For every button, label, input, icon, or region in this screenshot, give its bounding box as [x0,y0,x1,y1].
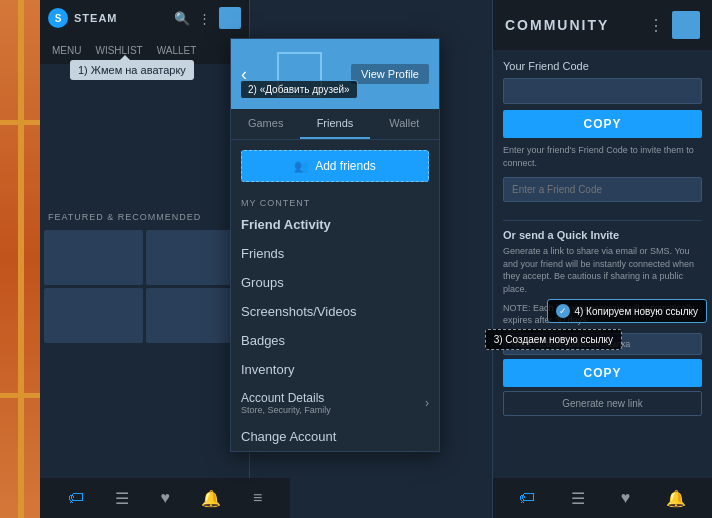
view-profile-button[interactable]: View Profile [351,64,429,84]
menu-change-account[interactable]: Change Account [231,422,439,451]
featured-grid [44,230,245,343]
copy-button-2[interactable]: COPY [503,359,702,387]
add-friends-button[interactable]: 👥 Add friends [241,150,429,182]
generate-link-button[interactable]: Generate new link [503,391,702,416]
quick-invite-description: Generate a link to share via email or SM… [503,245,702,295]
divider [503,220,702,221]
add-friends-icon: 👥 [294,159,309,173]
steam-client: S STEAM 🔍 ⋮ 1) Жмем на аватарку MENU WIS… [40,0,250,518]
check-icon: ✓ [556,304,570,318]
steam-main-area: FEATURED & RECOMMENDED [40,64,249,347]
enter-code-input[interactable] [503,177,702,202]
copy-button-1[interactable]: COPY [503,110,702,138]
community-bottom-bookmark-icon[interactable]: 🏷 [519,489,535,507]
ribbon-horizontal-top [0,120,40,125]
bottom-list-icon[interactable]: ☰ [115,489,129,508]
steam-logo-icon: S [48,8,68,28]
step4-callout: ✓ 4) Копируем новую ссылку [547,299,707,323]
avatar[interactable] [219,7,241,29]
nav-menu[interactable]: MENU [46,43,87,58]
community-bottom-heart-icon[interactable]: ♥ [621,489,631,507]
titlebar-icons: 🔍 ⋮ [174,7,241,29]
menu-badges[interactable]: Badges [231,326,439,355]
steam-title: STEAM [74,12,118,24]
menu-friends[interactable]: Friends [231,239,439,268]
profile-dropdown: ‹ View Profile Games Friends Wallet 👥 Ad… [230,38,440,452]
profile-tabs: Games Friends Wallet [231,109,439,140]
my-content-label: MY CONTENT [231,192,439,210]
community-bottom-list-icon[interactable]: ☰ [571,489,585,508]
featured-item [44,230,143,285]
step1-tooltip: 1) Жмем на аватарку [70,60,194,80]
bottom-bell-icon[interactable]: 🔔 [201,489,221,508]
menu-account-details[interactable]: Account Details Store, Security, Family … [231,384,439,422]
community-title: COMMUNITY [505,17,640,33]
arrow-icon: › [425,396,429,410]
steam-titlebar: S STEAM 🔍 ⋮ [40,0,249,36]
tab-games[interactable]: Games [231,109,300,139]
bottom-heart-icon[interactable]: ♥ [161,489,171,507]
step2-label: 2) «Добавить друзей» [240,80,358,99]
tab-friends[interactable]: Friends [300,109,369,139]
step3-callout: 3) Создаем новую ссылку [485,329,622,350]
gift-decoration-left [0,0,40,518]
community-panel: COMMUNITY ⋮ Your Friend Code COPY Enter … [492,0,712,518]
community-header: COMMUNITY ⋮ [493,0,712,50]
community-avatar[interactable] [672,11,700,39]
community-menu-icon[interactable]: ⋮ [648,16,664,35]
community-bottom-bell-icon[interactable]: 🔔 [666,489,686,508]
featured-item [44,288,143,343]
community-content: Your Friend Code COPY Enter your friend'… [493,50,712,478]
friend-code-input[interactable] [503,78,702,104]
friend-code-label: Your Friend Code [503,60,702,72]
steam-bottom-bar: 🏷 ☰ ♥ 🔔 ≡ [40,478,290,518]
nav-wallet[interactable]: WALLET [151,43,203,58]
featured-label: FEATURED & RECOMMENDED [44,208,245,226]
menu-screenshots[interactable]: Screenshots/Videos [231,297,439,326]
quick-invite-title: Or send a Quick Invite [503,229,702,241]
menu-friend-activity[interactable]: Friend Activity [231,210,439,239]
menu-groups[interactable]: Groups [231,268,439,297]
bottom-menu-icon[interactable]: ≡ [253,489,262,507]
ribbon-horizontal-bottom [0,393,40,398]
menu-inventory[interactable]: Inventory [231,355,439,384]
tab-wallet[interactable]: Wallet [370,109,439,139]
ribbon-vertical [18,0,24,518]
more-icon[interactable]: ⋮ [198,11,211,26]
community-bottom-bar: 🏷 ☰ ♥ 🔔 [493,478,712,518]
bottom-bookmark-icon[interactable]: 🏷 [68,489,84,507]
friend-code-helper: Enter your friend's Friend Code to invit… [503,144,702,169]
search-icon[interactable]: 🔍 [174,11,190,26]
